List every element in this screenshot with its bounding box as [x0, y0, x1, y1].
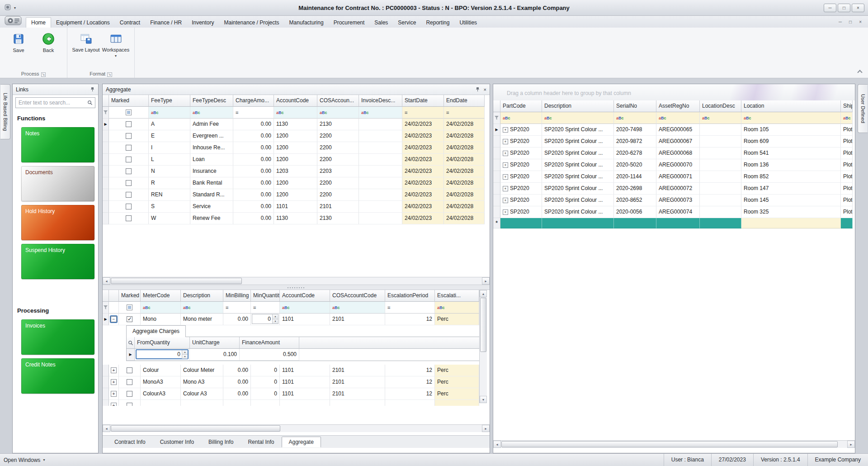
equipment-cell-location_desc[interactable]: [700, 206, 741, 218]
detail-row[interactable]: ▶0▴▾0.1000.500: [127, 349, 480, 361]
fee-cell-invoice_desc[interactable]: [359, 166, 402, 177]
fee-cell-invoice_desc[interactable]: [359, 189, 402, 201]
filter-equals-icon[interactable]: =: [387, 305, 390, 310]
meter-cell-account_code[interactable]: 1101: [280, 314, 330, 325]
open-windows-button[interactable]: Open Windows ▾: [0, 457, 48, 463]
row-checkbox[interactable]: [127, 379, 132, 385]
new-row-cell-ship[interactable]: [841, 218, 853, 228]
fee-cell-fee_type_desc[interactable]: Insurance: [190, 166, 233, 177]
fee-cell-cos_account[interactable]: 2200: [317, 189, 359, 201]
app-logo-icon[interactable]: [5, 16, 22, 27]
equipment-cell-location[interactable]: Room 145: [741, 195, 841, 206]
filter-cell-description[interactable]: aBc: [542, 112, 614, 124]
ribbon-tab-procurement[interactable]: Procurement: [329, 18, 370, 28]
filter-abc-icon[interactable]: aBc: [183, 305, 191, 310]
fee-cell-fee_type_desc[interactable]: Renew Fee: [190, 213, 233, 224]
filter-cell-part_code[interactable]: aBc: [500, 112, 542, 124]
equipment-cell-asset_reg_no[interactable]: AREG000067: [656, 136, 700, 147]
equipment-row[interactable]: +SP2020SP2020 Sprint Colour ...2020-1144…: [493, 171, 855, 183]
filter-cell-fee_type_desc[interactable]: aBc: [190, 107, 233, 119]
mdi-restore-icon[interactable]: □: [849, 20, 852, 24]
scroll-right-icon[interactable]: ▸: [482, 277, 490, 285]
column-header-accountcode[interactable]: AccountCode: [274, 95, 317, 107]
fee-cell-end_date[interactable]: 24/02/2028: [444, 201, 485, 213]
row-checkbox[interactable]: [126, 192, 132, 198]
filter-cell-cos_account_code[interactable]: aBc: [330, 302, 385, 314]
equipment-cell-location[interactable]: Room 136: [741, 159, 841, 171]
link-button-hold-history[interactable]: Hold History: [21, 205, 94, 240]
filter-equals-icon[interactable]: =: [226, 305, 228, 310]
save-layout-button[interactable]: Save Layout: [71, 31, 101, 54]
fee-cell-account_code[interactable]: 1200: [274, 177, 317, 189]
meter-cell-min_quantity[interactable]: 0: [251, 388, 280, 400]
horizontal-scrollbar[interactable]: ◂ ▸: [493, 440, 855, 448]
new-row-cell-location[interactable]: [741, 218, 841, 228]
fee-cell-account_code[interactable]: 1200: [274, 130, 317, 142]
filter-cell-marked[interactable]: [109, 107, 149, 119]
filter-abc-icon[interactable]: aBc: [332, 305, 340, 310]
equipment-row[interactable]: ▶+SP2020SP2020 Sprint Colour ...2020-749…: [493, 124, 855, 136]
fee-cell-cos_account[interactable]: 2203: [317, 166, 359, 177]
equipment-cell-location[interactable]: Room 325: [741, 206, 841, 218]
fee-cell-cos_account[interactable]: 2130: [317, 119, 359, 130]
fee-row[interactable]: SService0.001101210124/02/202324/02/2028: [103, 201, 485, 213]
fee-row[interactable]: WRenew Fee0.001130213024/02/202324/02/20…: [103, 213, 485, 224]
filter-cell-asset_reg_no[interactable]: aBc: [656, 112, 700, 124]
mdi-minimize-icon[interactable]: ─: [839, 20, 842, 24]
fee-cell-end_date[interactable]: 24/02/2028: [444, 154, 485, 166]
fee-cell-fee_type[interactable]: R: [149, 177, 190, 189]
fee-cell-fee_type_desc[interactable]: Standard R...: [190, 189, 233, 201]
link-button-invoices[interactable]: Invoices: [21, 319, 94, 355]
search-input[interactable]: [16, 100, 85, 106]
link-button-documents[interactable]: Documents: [21, 166, 94, 201]
fee-cell-account_code[interactable]: 1130: [274, 213, 317, 224]
filter-abc-icon[interactable]: aBc: [437, 305, 445, 310]
meter-cell-cos_account_code[interactable]: 2101: [330, 365, 385, 376]
column-header-ship[interactable]: Ship: [841, 100, 853, 112]
fee-cell-charge_amount[interactable]: 0.00: [233, 177, 274, 189]
equipment-cell-location[interactable]: Room 609: [741, 136, 841, 147]
ribbon-tab-maintenance-projects[interactable]: Maintenance / Projects: [219, 18, 284, 28]
filter-abc-icon[interactable]: aBc: [193, 110, 200, 115]
fee-cell-account_code[interactable]: 1200: [274, 189, 317, 201]
fee-row[interactable]: LLoan0.001200220024/02/202324/02/2028: [103, 154, 485, 166]
expand-button[interactable]: +: [111, 403, 117, 406]
filter-cell-min_quantity[interactable]: =: [251, 302, 280, 314]
row-checkbox[interactable]: [126, 215, 132, 221]
meter-cell-marked[interactable]: [119, 376, 141, 388]
fee-cell-fee_type[interactable]: REN: [149, 189, 190, 201]
dialog-launcher-icon[interactable]: ↘: [41, 72, 46, 77]
scrollbar-thumb[interactable]: [111, 425, 280, 432]
equipment-cell-serial_no[interactable]: 2020-8652: [614, 195, 656, 206]
filter-abc-icon[interactable]: aBc: [616, 115, 624, 121]
filter-abc-icon[interactable]: aBc: [503, 115, 510, 121]
meter-cell-escalation_period[interactable]: 12: [385, 365, 435, 376]
row-checkbox[interactable]: [126, 204, 132, 209]
filter-abc-icon[interactable]: aBc: [143, 305, 151, 310]
column-header-marked[interactable]: Marked: [119, 290, 141, 302]
expand-button[interactable]: +: [503, 162, 508, 168]
filter-abc-icon[interactable]: aBc: [276, 110, 284, 115]
fee-row[interactable]: IInhouse Re...0.001200220024/02/202324/0…: [103, 142, 485, 154]
column-header-invoicedesc[interactable]: InvoiceDesc...: [359, 95, 402, 107]
expand-button[interactable]: +: [503, 209, 508, 215]
meter-cell-description[interactable]: Colour Meter: [181, 365, 223, 376]
equipment-cell-asset_reg_no[interactable]: AREG000065: [656, 124, 700, 136]
fee-cell-start_date[interactable]: 24/02/2023: [402, 130, 444, 142]
from-quantity-editor[interactable]: 0▴▾: [136, 349, 189, 359]
filter-cell-account_code[interactable]: aBc: [280, 302, 330, 314]
equipment-cell-asset_reg_no[interactable]: AREG000074: [656, 206, 700, 218]
fee-cell-marked[interactable]: [109, 119, 149, 130]
maximize-button[interactable]: □: [838, 4, 850, 12]
meter-cell-marked[interactable]: [119, 388, 141, 400]
expand-button[interactable]: +: [503, 174, 508, 180]
equipment-cell-serial_no[interactable]: 2020-0056: [614, 206, 656, 218]
meter-cell-cos_account_code[interactable]: 2101: [330, 388, 385, 400]
equipment-cell-serial_no[interactable]: 2020-2698: [614, 183, 656, 195]
scroll-left-icon[interactable]: ◂: [103, 277, 110, 285]
fee-cell-cos_account[interactable]: 2101: [317, 201, 359, 213]
fee-cell-fee_type[interactable]: N: [149, 166, 190, 177]
column-header-accountcode[interactable]: AccountCode: [280, 290, 330, 302]
meter-cell-escalation[interactable]: Perc: [435, 365, 479, 376]
tab-contract-info[interactable]: Contract Info: [107, 437, 153, 447]
